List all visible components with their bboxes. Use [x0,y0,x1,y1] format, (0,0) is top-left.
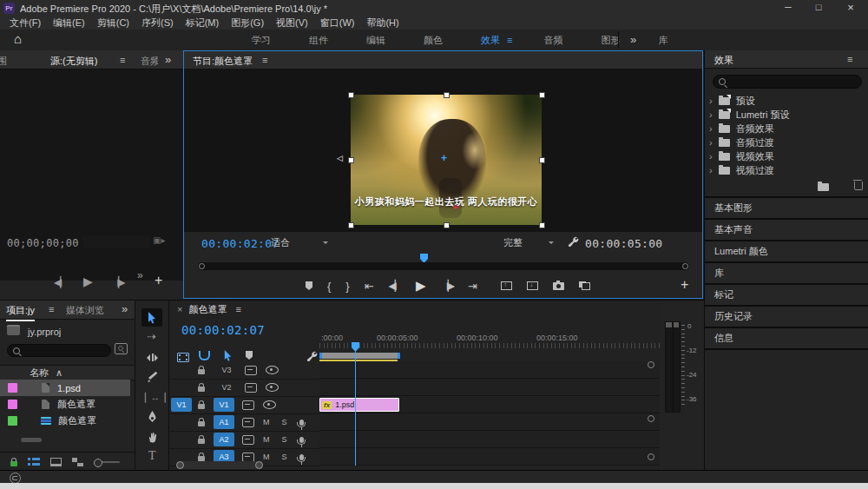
snap-toggle[interactable] [199,351,210,360]
sync-lock-icon[interactable] [245,366,257,375]
program-resolution-dropdown[interactable]: 完整 [503,235,554,249]
effects-panel-menu-icon[interactable]: ≡ [847,54,852,64]
slip-tool[interactable]: ▏↔▕ [145,393,164,402]
project-item-psd[interactable]: 1.psd [0,380,130,396]
mark-in-icon[interactable]: { [327,280,331,293]
voiceover-record-icon[interactable] [299,437,304,443]
delete-custom-item-icon[interactable] [854,182,863,190]
sync-lock-icon[interactable] [242,453,254,462]
track-name-a2[interactable]: A2 [214,433,234,446]
timeline-tab[interactable]: 颜色遮罩 [188,303,227,316]
menu-markers[interactable]: 标记(M) [180,17,226,30]
project-item-sequence[interactable]: 颜色遮罩 [0,413,130,429]
source-fit-dropdown[interactable] [82,235,150,248]
workspace-tab-effects-menu-icon[interactable]: ≡ [507,35,524,45]
source-play-icon[interactable]: ▶ [83,274,93,288]
label-color-chip[interactable] [8,383,17,393]
expand-chevron-icon[interactable]: › [709,151,713,162]
transform-handle[interactable] [539,222,545,228]
source-step-back-icon[interactable]: ◀▏ [54,276,66,288]
search-bin-icon[interactable] [115,343,128,354]
panel-tab-history[interactable]: 历史记录 [705,305,868,327]
tab-media-browser[interactable]: 媒体浏览 [66,304,116,317]
type-tool[interactable]: T [148,449,156,463]
source-step-forward-icon[interactable]: ▕▶ [111,276,123,288]
freeform-view-icon[interactable] [72,458,83,466]
timeline-menu-icon[interactable]: ≡ [235,304,240,314]
effects-search-input[interactable] [713,75,862,89]
close-button[interactable]: × [838,1,864,14]
project-list-header[interactable]: 名称 ∧ [0,365,135,380]
solo-button[interactable]: S [282,453,287,461]
source-tabs-overflow-icon[interactable]: » [165,53,171,66]
menu-graphics[interactable]: 图形(G) [225,17,270,30]
expand-chevron-icon[interactable]: › [709,96,713,106]
expand-chevron-icon[interactable]: › [709,165,713,175]
go-to-in-icon[interactable]: ⇤ [365,280,374,293]
audio-meter-bars[interactable] [665,321,681,413]
timeline-tab-close-icon[interactable]: × [177,304,182,314]
timeline-vscroll-handle[interactable] [648,361,654,368]
menu-clip[interactable]: 剪辑(C) [91,17,135,30]
program-panel-title[interactable]: 节目:颜色遮罩 [193,55,253,68]
scrollbar-right-handle[interactable] [682,263,688,269]
panel-tab-libraries[interactable]: 库 [705,261,868,283]
source-drag-video-icon[interactable]: ▣▸ [153,235,165,245]
panel-tab-info[interactable]: 信息 [705,327,868,350]
track-lock-icon[interactable] [198,387,205,392]
icon-view-icon[interactable] [50,458,62,466]
tab-lumetri-scopes[interactable]: 范围 [0,55,7,68]
lift-icon[interactable] [501,281,512,290]
workspace-tab-audio[interactable]: 音频 [524,34,582,47]
track-name-v1[interactable]: V1 [214,398,234,412]
expand-chevron-icon[interactable]: › [709,137,713,148]
new-custom-bin-icon[interactable] [818,183,829,191]
mute-button[interactable]: M [263,418,270,426]
effects-tree-item-video-transitions[interactable]: › 视频过渡 [705,163,868,177]
track-output-eye-icon[interactable] [266,366,279,374]
export-frame-icon[interactable] [553,282,564,290]
workspace-tab-effects[interactable]: 效果 [462,34,507,47]
program-button-editor-icon[interactable]: + [681,277,688,293]
tab-source-monitor[interactable]: 源:(无剪辑) [50,55,97,69]
effects-tree-item-lumetri-presets[interactable]: › Lumetri 预设 [705,108,868,122]
timeline-vscroll-handle[interactable] [648,415,654,422]
timeline-settings-wrench-icon[interactable] [306,350,318,361]
mute-button[interactable]: M [263,453,270,461]
label-color-chip[interactable] [8,400,17,409]
tab-audio-mixer[interactable]: 音频 [141,55,158,68]
ripple-edit-tool[interactable] [147,354,158,361]
minimize-button[interactable]: ─ [775,2,801,12]
timeline-vscroll-handle[interactable] [648,453,654,460]
sync-lock-icon[interactable] [242,435,254,445]
razor-tool[interactable] [147,371,158,382]
track-name-v2[interactable]: V2 [217,383,236,392]
go-to-out-icon[interactable]: ⇥ [468,280,477,293]
menu-file[interactable]: 文件(F) [3,17,47,30]
effects-tree-item-presets[interactable]: › 预设 [705,94,868,108]
work-area-bar[interactable] [319,353,400,359]
maximize-button[interactable]: □ [806,2,832,12]
track-output-eye-icon[interactable] [263,400,276,409]
tab-project[interactable]: 项目:jy [6,304,35,321]
panel-tab-essential-graphics[interactable]: 基本图形 [705,196,868,218]
track-name-v3[interactable]: V3 [217,366,236,374]
effects-tree-item-audio-transitions[interactable]: › 音频过渡 [705,135,868,149]
timeline-hscrollbar[interactable] [176,461,263,469]
workspace-tab-assembly[interactable]: 组件 [290,34,347,47]
timeline-timecode[interactable]: 00:00:02:07 [181,323,265,337]
effects-tree-item-video-effects[interactable]: › 视频效果 [705,149,868,163]
workspace-tab-libraries[interactable]: 库 [639,34,687,47]
effects-tree-item-audio-effects[interactable]: › 音频效果 [705,122,868,135]
pen-tool[interactable] [148,411,157,423]
source-patch-v1[interactable]: V1 [171,398,192,412]
source-button-editor-icon[interactable]: + [155,273,162,288]
mark-out-icon[interactable]: } [345,280,349,293]
step-forward-icon[interactable]: ▕▶ [441,280,453,292]
workspace-tab-editing[interactable]: 编辑 [347,34,404,47]
playhead-line[interactable] [355,351,356,466]
panel-tab-markers[interactable]: 标记 [705,283,868,305]
track-output-eye-icon[interactable] [266,383,279,392]
menu-sequence[interactable]: 序列(S) [135,17,180,30]
transform-handle[interactable] [539,92,545,98]
